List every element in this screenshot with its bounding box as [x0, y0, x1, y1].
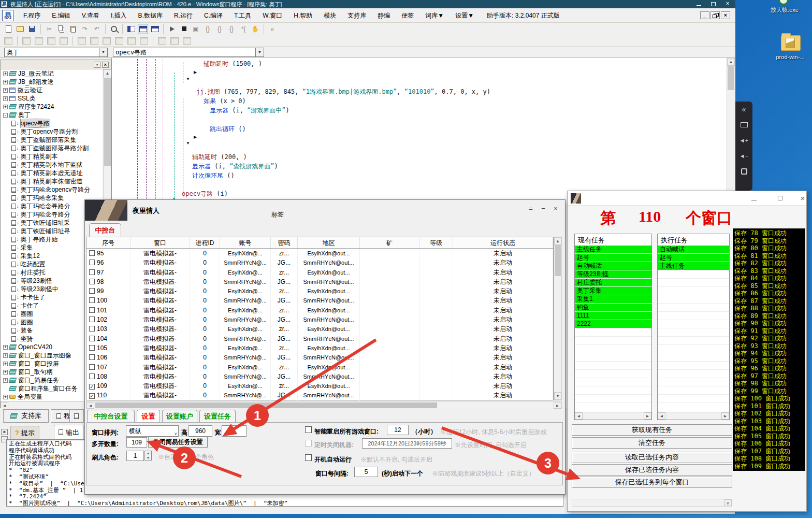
- menu-item[interactable]: E.编辑: [46, 10, 76, 21]
- task-item[interactable]: 1111: [575, 312, 651, 320]
- table-header-cell[interactable]: 矿: [360, 237, 419, 248]
- row-checkbox-checked[interactable]: ✓: [89, 384, 95, 390]
- paste-icon[interactable]: [68, 24, 78, 34]
- expand-icon[interactable]: +: [3, 96, 8, 101]
- task-item[interactable]: 采集1: [575, 295, 651, 303]
- chevron-down-icon[interactable]: ▼: [255, 48, 264, 56]
- row-checkbox[interactable]: [89, 336, 95, 341]
- prod-win-desktop-icon[interactable]: prod-win-...: [781, 35, 811, 60]
- expand-icon[interactable]: +: [3, 345, 8, 350]
- expand-icon[interactable]: +: [3, 105, 8, 109]
- table-header-cell[interactable]: 账号: [220, 237, 271, 248]
- task-item[interactable]: 2222: [575, 320, 651, 328]
- dialog-minimize-button[interactable]: −: [538, 204, 548, 213]
- autorun-checkbox[interactable]: [305, 454, 312, 461]
- table-header-cell[interactable]: 窗口: [130, 237, 190, 248]
- multi-open-input[interactable]: 109: [126, 437, 147, 448]
- redo-icon[interactable]: ↷: [80, 24, 90, 34]
- row-checkbox[interactable]: [89, 364, 95, 370]
- size-icon-1[interactable]: [157, 36, 167, 46]
- tree-item[interactable]: +JB_微云笔记: [1, 69, 103, 78]
- menu-item[interactable]: F.程序: [18, 10, 46, 21]
- width-input[interactable]: [222, 425, 247, 437]
- align-icon-1[interactable]: [3, 36, 13, 46]
- dialog-close-button[interactable]: ×: [550, 204, 561, 213]
- new-file-icon[interactable]: [3, 24, 13, 34]
- screenshot-icon[interactable]: [735, 117, 752, 133]
- save-icon[interactable]: [27, 24, 37, 34]
- expand-icon[interactable]: +: [3, 71, 8, 76]
- table-row[interactable]: 95雷电模拟器-0EsylhXdn@...zr...EsylhXdn@out..…: [86, 249, 553, 258]
- stop-icon[interactable]: [179, 24, 189, 34]
- table-row[interactable]: 98雷电模拟器-0SmmRHYcN@...JG...SmmRHYcN@out..…: [86, 277, 553, 286]
- tree-item[interactable]: ↓奥丁精英副本地下监狱: [1, 161, 103, 169]
- table-row[interactable]: 103雷电模拟器-0EsylhXdn@...zr...EsylhXdn@out.…: [86, 324, 553, 334]
- row-checkbox[interactable]: [89, 316, 95, 322]
- collapse-icon[interactable]: -: [3, 113, 8, 118]
- layout-split-icon[interactable]: [150, 24, 160, 34]
- table-header-cell[interactable]: 地区: [298, 237, 360, 248]
- expand-icon[interactable]: +: [3, 370, 8, 375]
- table-row[interactable]: 99雷电模拟器-0EsylhXdn@...zr...EsylhXdn@out..…: [86, 286, 553, 296]
- expand-icon[interactable]: +: [3, 80, 8, 84]
- scroll-left-icon[interactable]: ◄: [575, 412, 583, 420]
- menu-item[interactable]: B.数据库: [133, 10, 168, 21]
- tree-item[interactable]: ↓奥丁玛哈念opencv寻路分: [1, 185, 103, 194]
- panel-close-button[interactable]: ×: [796, 194, 809, 203]
- align-icon-8[interactable]: [102, 36, 112, 46]
- mdi-restore-button[interactable]: [711, 11, 720, 19]
- maximize-button[interactable]: [706, 1, 720, 8]
- menu-item[interactable]: 支持库: [342, 10, 372, 21]
- close-button[interactable]: ×: [721, 1, 734, 8]
- timed-close-input[interactable]: 2024年12月20日23时59分59秒: [362, 438, 452, 449]
- chevron-down-icon[interactable]: ▼: [99, 48, 107, 56]
- open-file-icon[interactable]: [15, 24, 25, 34]
- timed-close-checkbox[interactable]: [305, 440, 312, 447]
- table-row[interactable]: 105雷电模拟器-0EsylhXdn@...zr...EsylhXdn@out.…: [86, 343, 553, 353]
- table-row[interactable]: 104雷电模拟器-0SmmRHYcN@...JG...SmmRHYcN@out.…: [86, 334, 553, 343]
- scroll-left-icon[interactable]: ◄: [86, 402, 94, 409]
- settings-tab-4[interactable]: 设置任务: [199, 410, 236, 422]
- table-horizontal-scrollbar[interactable]: ◄ ►: [86, 401, 562, 409]
- tab-output[interactable]: 输出: [54, 425, 84, 439]
- menu-item[interactable]: H.帮助: [288, 10, 318, 21]
- tree-item[interactable]: ↓奥丁盗贼图部落寻路分割: [1, 144, 103, 152]
- table-row[interactable]: 108雷电模拟器-0SmmRHYcN@...JG...SmmRHYcN@out.…: [86, 372, 553, 381]
- row-checkbox[interactable]: [89, 326, 95, 332]
- menu-item[interactable]: V.查看: [76, 10, 105, 21]
- tree-item[interactable]: ↓奥丁精英副本: [1, 152, 103, 161]
- fullscreen-icon[interactable]: [735, 164, 752, 179]
- scroll-left-icon[interactable]: ◄: [658, 412, 665, 420]
- magnifier-desktop-icon[interactable]: 放大镜.exe: [777, 0, 803, 14]
- row-checkbox-checked[interactable]: ✓: [89, 393, 95, 399]
- undo-icon[interactable]: ↶: [92, 24, 102, 34]
- volume-down-icon[interactable]: ◄−: [735, 148, 752, 164]
- table-header-cell[interactable]: 密码: [271, 237, 298, 248]
- table-row[interactable]: 101雷电模拟器-0EsylhXdn@...zr...EsylhXdn@out.…: [86, 306, 553, 315]
- run-icon[interactable]: [167, 24, 177, 34]
- copy-icon[interactable]: [56, 24, 66, 34]
- task-item[interactable]: 起号: [575, 254, 651, 262]
- panel-bottom-scrollbar[interactable]: ∨: [572, 499, 732, 507]
- row-checkbox[interactable]: [89, 307, 95, 313]
- get-tasks-button[interactable]: 获取现有任务: [572, 424, 732, 436]
- table-row[interactable]: 96雷电模拟器-0SmmRHYcN@...JG...SmmRHYcN@out..…: [86, 258, 553, 267]
- expand-icon[interactable]: +: [3, 395, 8, 399]
- panel-close-button[interactable]: ×: [1, 429, 8, 435]
- table-row[interactable]: 97雷电模拟器-0EsylhXdn@...zr...EsylhXdn@out..…: [86, 268, 553, 277]
- existing-tasks-list[interactable]: 现有任务 主线任务起号自动喊话等级23刷怪村庄委托奥丁采集采集1钓鱼111122…: [574, 234, 652, 420]
- find-in-files-icon[interactable]: ⌕: [267, 24, 278, 34]
- table-row[interactable]: ✓109雷电模拟器-0EsylhXdn@...zr...EsylhXdn@out…: [86, 381, 553, 391]
- row-checkbox[interactable]: [89, 354, 95, 360]
- table-header-cell[interactable]: 等级: [419, 237, 453, 248]
- row-checkbox[interactable]: [89, 373, 95, 379]
- tree-item[interactable]: +微云验证: [1, 86, 103, 94]
- assembly-combobox[interactable]: 奥丁 ▼: [4, 48, 108, 57]
- size-icon-3[interactable]: [182, 36, 192, 46]
- align-icon-6[interactable]: [77, 36, 87, 46]
- scroll-right-icon[interactable]: ►: [554, 402, 561, 409]
- roles-spinner[interactable]: ▲▼: [144, 451, 152, 461]
- menu-item[interactable]: R.运行: [168, 10, 198, 21]
- tree-item[interactable]: +JB_邮箱发送: [1, 78, 103, 86]
- height-input[interactable]: 960: [189, 425, 212, 437]
